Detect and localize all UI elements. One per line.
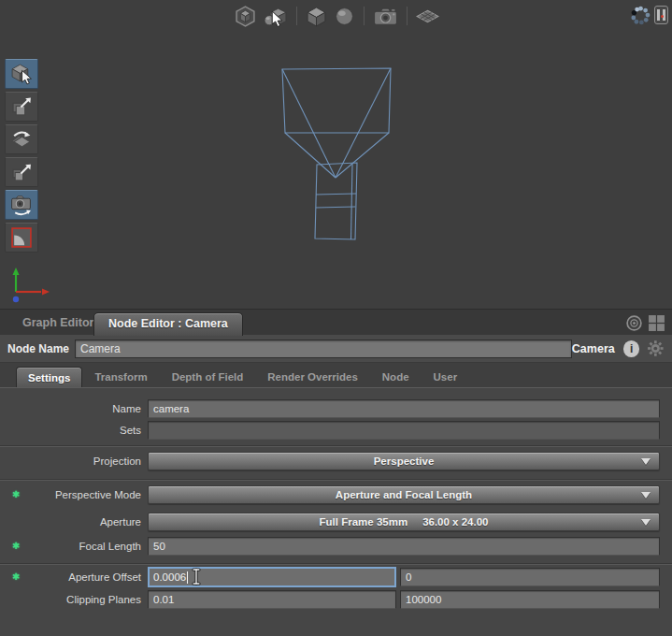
settings-form: Name Sets Projection Perspective (0, 387, 672, 636)
application-window: Graph Editor Node Editor : Camera Node N… (0, 0, 672, 636)
modified-indicator: ✱ (12, 541, 20, 551)
modified-indicator: ✱ (12, 489, 20, 499)
perspective-mode-value: Aperture and Focal Length (336, 489, 472, 500)
tab-depth-of-field[interactable]: Depth of Field (160, 367, 256, 387)
modified-indicator: ✱ (12, 571, 20, 582)
focal-length-label: Focal Length (0, 541, 148, 552)
sets-input[interactable] (148, 421, 660, 440)
tab-node[interactable]: Node (370, 367, 422, 387)
tab-render-overrides[interactable]: Render Overrides (255, 367, 370, 387)
tab-node-editor[interactable]: Node Editor : Camera (93, 312, 243, 336)
camera-wireframe (282, 68, 391, 239)
sphere-icon[interactable] (333, 5, 356, 28)
form-row-sets: Sets (0, 421, 672, 440)
form-row-name: Name (0, 399, 672, 418)
top-toolbar (234, 3, 440, 29)
aperture-offset-x-input[interactable]: 0.0006 (148, 567, 396, 587)
tab-settings[interactable]: Settings (16, 367, 82, 387)
node-name-row: Node Name Camera i (0, 335, 672, 363)
focal-length-input[interactable] (148, 537, 660, 556)
render-region-tool-button[interactable] (5, 223, 38, 253)
toolbar-separator (364, 7, 365, 25)
camera-icon[interactable] (372, 5, 399, 28)
form-row-focal-length: ✱ Focal Length (0, 537, 672, 556)
tab-user[interactable]: User (422, 367, 470, 387)
cube-icon[interactable] (305, 5, 328, 28)
separator (0, 563, 672, 565)
chevron-down-icon (641, 492, 651, 499)
text-caret (187, 571, 188, 584)
perspective-mode-dropdown[interactable]: Aperture and Focal Length (148, 485, 660, 504)
form-row-aperture-offset: ✱ Aperture Offset 0.0006 (0, 568, 672, 586)
translate-tool-button[interactable] (5, 92, 38, 122)
projection-dropdown[interactable]: Perspective (148, 452, 660, 470)
separator (0, 445, 672, 447)
tab-transform[interactable]: Transform (82, 367, 159, 387)
toolbar-separator (296, 7, 297, 25)
rotate-tool-button[interactable] (5, 124, 38, 154)
projection-label: Projection (0, 455, 148, 467)
gear-icon[interactable] (647, 340, 665, 357)
info-icon[interactable]: i (623, 340, 640, 357)
form-row-clipping-planes: Clipping Planes (0, 590, 672, 609)
name-label: Name (0, 403, 148, 414)
aperture-label: Aperture (0, 516, 148, 528)
aperture-offset-y-input[interactable] (400, 568, 660, 586)
form-row-perspective-mode: ✱ Perspective Mode Aperture and Focal Le… (0, 485, 672, 504)
ground-plane-icon[interactable] (415, 5, 440, 28)
panel-tab-bar: Graph Editor Node Editor : Camera (0, 309, 672, 335)
attribute-panel: Graph Editor Node Editor : Camera Node N… (0, 309, 672, 636)
layout-grid-icon[interactable] (648, 314, 665, 332)
place-cube-sphere-icon[interactable] (262, 5, 289, 28)
projection-value: Perspective (374, 455, 435, 467)
pause-indicator[interactable] (654, 6, 668, 24)
select-tool-button[interactable] (5, 59, 38, 89)
separator (0, 479, 672, 481)
name-input[interactable] (148, 399, 660, 418)
axis-gizmo (13, 267, 50, 302)
pause-bar (657, 9, 660, 21)
aperture-offset-label: Aperture Offset (0, 571, 148, 583)
target-icon[interactable] (625, 314, 643, 332)
aperture-offset-x-value: 0.0006 (153, 571, 186, 583)
form-row-projection: Projection Perspective (0, 452, 672, 470)
settings-tab-bar: Settings Transform Depth of Field Render… (0, 363, 672, 387)
form-row-aperture: Aperture Full Frame 35mm 36.00 x 24.00 (0, 513, 672, 531)
clipping-near-input[interactable] (148, 590, 396, 609)
aperture-dropdown[interactable]: Full Frame 35mm 36.00 x 24.00 (148, 513, 660, 531)
record-dot (661, 15, 664, 18)
clipping-planes-label: Clipping Planes (0, 594, 148, 605)
viewport-3d[interactable] (0, 0, 672, 309)
tab-graph-editor[interactable]: Graph Editor (17, 310, 99, 336)
chevron-down-icon (641, 458, 651, 465)
node-name-input[interactable] (75, 340, 572, 358)
tool-palette (5, 59, 38, 253)
aperture-preset-value: Full Frame 35mm (320, 516, 408, 528)
clipping-far-input[interactable] (400, 590, 660, 609)
aperture-size-value: 36.00 x 24.00 (422, 516, 488, 528)
activity-spinner-icon (628, 3, 653, 28)
toolbar-separator (407, 7, 407, 25)
sets-label: Sets (0, 425, 148, 436)
camera-navigation-tool-button[interactable] (5, 190, 38, 220)
perspective-mode-label: Perspective Mode (0, 489, 148, 500)
node-name-label: Node Name (7, 342, 69, 355)
scale-tool-button[interactable] (5, 157, 38, 187)
chevron-down-icon (641, 519, 651, 526)
node-type-label: Camera (572, 342, 615, 355)
bounding-box-cube-icon[interactable] (234, 5, 257, 28)
